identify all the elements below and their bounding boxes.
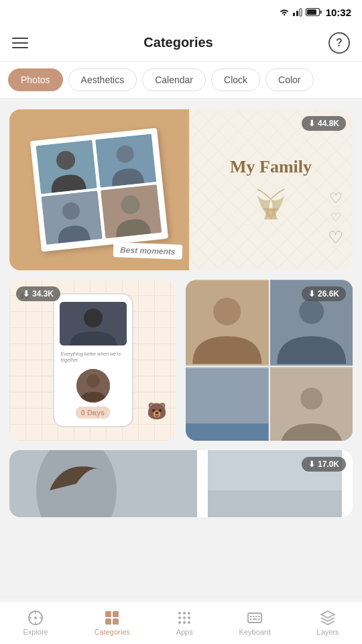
svg-point-47 <box>188 612 190 614</box>
main-content: Best moments ⬇ 44.8K My <box>0 99 362 599</box>
svg-rect-55 <box>250 616 252 617</box>
photo-cell-1 <box>186 280 269 366</box>
signal-icon <box>292 7 303 17</box>
download-badge-card1: ⬇ 44.8K <box>302 116 346 131</box>
tab-photos[interactable]: Photos <box>8 68 63 91</box>
card1-left-panel: Best moments <box>9 109 189 270</box>
categories-icon <box>104 610 120 626</box>
svg-rect-34 <box>208 490 342 517</box>
svg-rect-1 <box>296 11 298 16</box>
svg-rect-57 <box>255 616 257 617</box>
battery-icon <box>306 7 322 17</box>
nav-apps-label: Apps <box>176 628 193 636</box>
svg-rect-41 <box>105 611 111 617</box>
tab-color[interactable]: Color <box>265 68 313 91</box>
svg-rect-5 <box>320 11 321 14</box>
svg-rect-58 <box>258 616 260 617</box>
svg-point-53 <box>188 621 190 624</box>
svg-rect-60 <box>253 619 257 620</box>
svg-point-49 <box>183 616 186 619</box>
status-time: 10:32 <box>326 7 351 18</box>
best-moments-label: Best moments <box>113 242 182 260</box>
svg-rect-4 <box>307 9 316 15</box>
download-badge-card4: ⬇ 17.0K <box>302 457 346 472</box>
nav-keyboard[interactable]: Keyboard <box>231 607 279 639</box>
card-my-family[interactable]: Best moments ⬇ 44.8K My <box>9 109 353 270</box>
svg-point-52 <box>183 621 186 624</box>
nav-explore-label: Explore <box>23 628 48 636</box>
layers-icon <box>320 610 336 626</box>
bear-decoration: 🐻 <box>147 402 167 421</box>
svg-point-24 <box>213 298 241 325</box>
page-title: Categories <box>143 35 213 50</box>
bottom-navigation: Explore Categories Apps <box>0 601 362 644</box>
svg-point-26 <box>299 299 324 324</box>
svg-rect-42 <box>113 611 119 617</box>
card-row-2: ⬇ 34.3K " Everythin <box>9 280 353 441</box>
plant-illustration <box>247 182 294 223</box>
svg-point-36 <box>34 616 37 619</box>
svg-point-45 <box>178 612 181 614</box>
wifi-icon <box>279 7 290 17</box>
card2-content: ⬇ 34.3K " Everythin <box>9 280 176 441</box>
nav-categories[interactable]: Categories <box>86 607 138 639</box>
nav-explore[interactable]: Explore <box>15 607 56 639</box>
photo-cell-4 <box>270 367 353 441</box>
hearts-decoration: ♡ ♡ ♡ <box>328 190 343 248</box>
svg-point-30 <box>300 387 322 409</box>
nav-keyboard-label: Keyboard <box>239 628 271 636</box>
nav-layers[interactable]: Layers <box>309 607 347 639</box>
svg-rect-0 <box>293 13 295 16</box>
days-counter: 0 Days <box>76 407 110 419</box>
status-bar: 10:32 <box>0 0 362 24</box>
phone-mockup: Everything better when we're together. 0… <box>53 293 133 427</box>
keyboard-icon <box>247 610 263 626</box>
status-icons <box>279 7 322 17</box>
apps-icon <box>176 610 192 626</box>
svg-rect-59 <box>250 619 252 620</box>
svg-rect-56 <box>253 616 255 617</box>
nav-categories-label: Categories <box>95 628 130 636</box>
download-badge-card2: ⬇ 34.3K <box>16 286 60 301</box>
card-photo-grid[interactable]: ⬇ 26.6K <box>186 280 353 441</box>
svg-rect-61 <box>258 619 260 620</box>
card3-content: ⬇ 26.6K <box>186 280 353 441</box>
svg-point-20 <box>84 309 103 327</box>
tab-aesthetics[interactable]: Aesthetics <box>68 68 137 91</box>
svg-point-22 <box>86 374 100 388</box>
svg-point-46 <box>183 612 186 614</box>
card-bottom-partial[interactable]: ⬇ 17.0K <box>9 450 353 517</box>
tab-clock[interactable]: Clock <box>211 68 260 91</box>
svg-rect-43 <box>105 619 111 625</box>
help-button[interactable]: ? <box>328 32 350 54</box>
svg-rect-2 <box>300 9 302 16</box>
card1-right-panel: ⬇ 44.8K My Family <box>189 109 353 270</box>
tab-calendar[interactable]: Calendar <box>142 68 206 91</box>
download-badge-card3: ⬇ 26.6K <box>302 286 346 301</box>
category-tabs: Photos Aesthetics Calendar Clock Color <box>0 62 362 99</box>
photo-cell-3 <box>186 367 269 441</box>
nav-layers-label: Layers <box>317 628 339 636</box>
app-header: Categories ? <box>0 24 362 62</box>
svg-point-51 <box>178 621 181 624</box>
phone-quote-text: Everything better when we're together. <box>60 350 127 364</box>
svg-rect-54 <box>248 613 261 623</box>
svg-rect-44 <box>113 619 119 625</box>
svg-point-48 <box>178 616 181 619</box>
photo-grid-2x2 <box>186 280 353 441</box>
nav-apps[interactable]: Apps <box>168 607 201 639</box>
svg-point-50 <box>188 616 190 619</box>
explore-icon <box>27 610 44 626</box>
menu-button[interactable] <box>12 38 28 48</box>
svg-rect-28 <box>186 423 269 441</box>
card-grid-collage[interactable]: ⬇ 34.3K " Everythin <box>9 280 176 441</box>
